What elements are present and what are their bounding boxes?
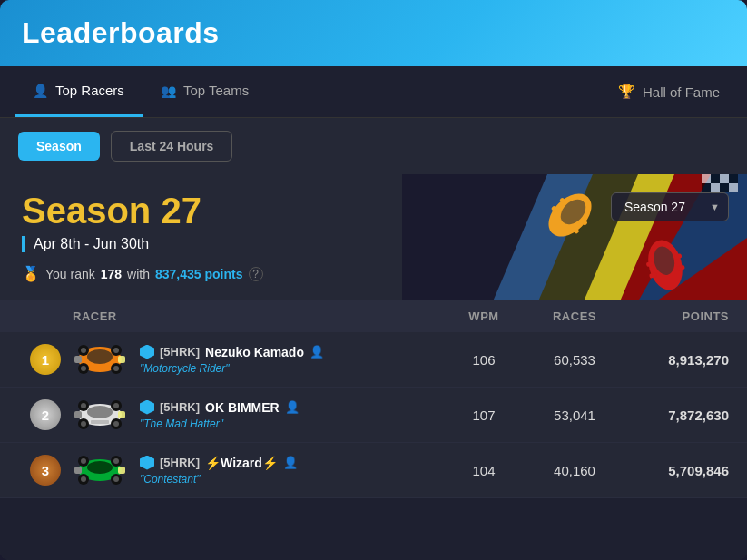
rank-cell-3: 3: [18, 455, 73, 486]
rank-trophy-icon: 🏅: [22, 265, 40, 282]
svg-rect-6: [702, 174, 711, 183]
tabs-bar: 👤 Top Racers 👥 Top Teams 🏆 Hall of Fame: [0, 66, 747, 118]
table-row[interactable]: 2: [0, 388, 747, 443]
races-cell-3: 40,160: [529, 463, 620, 478]
svg-rect-10: [702, 183, 711, 192]
racer-cell-3: [5HRK] ⚡Wizard⚡ 👤 "Contestant": [73, 452, 438, 488]
last-24h-filter-button[interactable]: Last 24 Hours: [111, 131, 233, 162]
points-cell-1: 8,913,270: [620, 352, 729, 368]
tab-top-racers[interactable]: 👤 Top Racers: [15, 66, 143, 117]
team-shield-icon-1: [140, 345, 154, 359]
leaderboard-table: Racer WPM Races Points 1: [0, 300, 747, 560]
medal-bronze: 3: [30, 455, 61, 486]
medal-silver: 2: [30, 399, 61, 430]
medal-gold: 1: [30, 344, 61, 375]
svg-rect-62: [118, 467, 125, 474]
racer-info-3: [5HRK] ⚡Wizard⚡ 👤 "Contestant": [140, 456, 298, 486]
col-header-wpm: WPM: [438, 309, 529, 323]
svg-point-39: [87, 406, 113, 418]
car-avatar-3: [73, 452, 127, 488]
team-shield-icon-2: [140, 400, 154, 415]
racer-badge-icon-1: 👤: [310, 345, 324, 359]
svg-point-41: [81, 421, 86, 427]
races-cell-1: 60,533: [529, 352, 620, 368]
racer-title-2: "The Mad Hatter": [140, 418, 300, 430]
svg-point-60: [113, 458, 119, 464]
season-dropdown-wrapper: Season 27 Season 26 Season 25 Season 24 …: [611, 192, 729, 221]
season-dropdown[interactable]: Season 27 Season 26 Season 25 Season 24: [611, 192, 729, 221]
racer-name-line-3: [5HRK] ⚡Wizard⚡ 👤: [140, 456, 298, 470]
svg-rect-48: [74, 411, 82, 418]
tabs-left: 👤 Top Racers 👥 Top Teams: [15, 66, 267, 117]
racer-badge-icon-3: 👤: [283, 456, 298, 469]
racer-title-3: "Contestant": [140, 473, 298, 486]
tab-top-teams[interactable]: 👥 Top Teams: [143, 66, 267, 117]
racer-badge-icon-2: 👤: [285, 400, 300, 414]
col-header-racer: Racer: [73, 309, 438, 323]
season-dates: Apr 8th - Jun 30th: [22, 236, 725, 252]
rank-question[interactable]: ?: [249, 267, 263, 281]
filter-bar: Season Last 24 Hours: [0, 118, 747, 174]
racer-name-line-2: [5HRK] OK BIMMER 👤: [140, 400, 300, 415]
racer-info-1: [5HRK] Nezuko Kamado 👤 "Motorcycle Rider…: [140, 345, 324, 375]
wpm-cell-2: 107: [438, 408, 529, 423]
racer-tag-3: [5HRK]: [160, 456, 200, 469]
rank-cell-1: 1: [18, 344, 73, 375]
racer-info-2: [5HRK] OK BIMMER 👤 "The Mad Hatter": [140, 400, 300, 430]
car-avatar-1: [73, 341, 127, 378]
svg-point-35: [113, 348, 119, 353]
header: Leaderboards: [0, 0, 747, 66]
racer-title-1: "Motorcycle Rider": [140, 362, 324, 375]
tab-top-racers-label: Top Racers: [55, 83, 124, 98]
rank-cell-2: 2: [18, 399, 73, 430]
table-row[interactable]: 1 [: [0, 332, 747, 388]
races-cell-2: 53,041: [529, 408, 620, 423]
svg-rect-37: [118, 356, 125, 363]
wpm-cell-1: 106: [438, 352, 529, 368]
racer-cell-1: [5HRK] Nezuko Kamado 👤 "Motorcycle Rider…: [73, 341, 438, 378]
svg-rect-49: [118, 411, 125, 418]
svg-rect-36: [74, 356, 82, 363]
rank-info: 🏅 You rank 178 with 837,435 points ?: [22, 265, 725, 282]
col-header-rank: [18, 309, 73, 323]
racer-name-1: Nezuko Kamado: [205, 345, 304, 359]
svg-point-58: [81, 458, 86, 464]
points-cell-2: 7,872,630: [620, 408, 729, 423]
svg-point-43: [113, 421, 119, 427]
hall-of-fame-label: Hall of Fame: [643, 84, 720, 100]
rank-prefix: You rank: [45, 267, 95, 281]
season-filter-button[interactable]: Season: [18, 132, 100, 161]
svg-point-27: [87, 349, 113, 364]
table-row[interactable]: 3 [: [0, 443, 747, 498]
racer-name-line-1: [5HRK] Nezuko Kamado 👤: [140, 345, 324, 359]
col-header-points: Points: [620, 309, 729, 323]
svg-rect-9: [729, 174, 738, 183]
rank-number: 178: [101, 267, 122, 281]
racer-name-2: OK BIMMER: [205, 400, 280, 415]
app-container: Leaderboards 👤 Top Racers 👥 Top Teams 🏆 …: [0, 0, 747, 560]
svg-rect-12: [720, 183, 729, 192]
points-cell-3: 5,709,846: [620, 463, 729, 478]
svg-rect-8: [720, 174, 729, 183]
racer-name-3: ⚡Wizard⚡: [205, 456, 278, 470]
svg-rect-50: [91, 420, 109, 424]
col-header-races: Races: [529, 309, 620, 323]
car-avatar-2: [73, 397, 127, 433]
svg-rect-11: [711, 183, 720, 192]
rank-with: with: [127, 267, 150, 281]
season-banner: Season 27 Apr 8th - Jun 30th 🏅 You rank …: [0, 174, 747, 300]
page-title: Leaderboards: [22, 16, 220, 49]
teams-icon: 👥: [161, 84, 176, 98]
racer-icon: 👤: [33, 84, 48, 98]
season-dropdown-container: Season 27 Season 26 Season 25 Season 24 …: [611, 192, 729, 221]
svg-rect-13: [729, 183, 738, 192]
rank-points: 837,435 points: [155, 267, 243, 281]
svg-rect-7: [711, 174, 720, 183]
wpm-cell-3: 104: [438, 463, 529, 478]
svg-rect-61: [74, 467, 82, 474]
main-content: 👤 Top Racers 👥 Top Teams 🏆 Hall of Fame …: [0, 66, 747, 560]
racer-cell-2: [5HRK] OK BIMMER 👤 "The Mad Hatter": [73, 397, 438, 433]
table-header: Racer WPM Races Points: [0, 300, 747, 332]
tab-top-teams-label: Top Teams: [183, 83, 249, 98]
hall-of-fame-button[interactable]: 🏆 Hall of Fame: [605, 76, 732, 107]
